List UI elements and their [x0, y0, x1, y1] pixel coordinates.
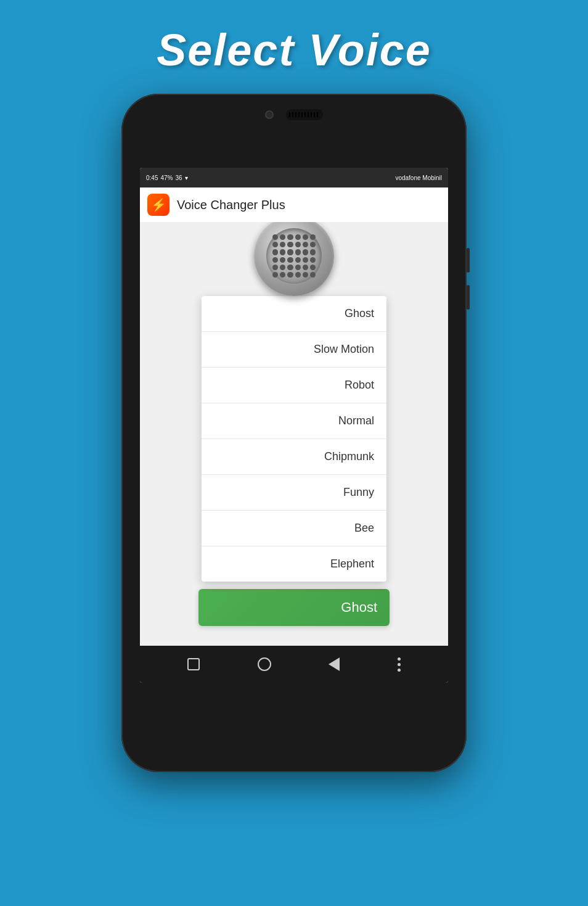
- app-title: Voice Changer Plus: [177, 198, 285, 212]
- mic-dot: [272, 234, 278, 240]
- status-battery: 47%: [160, 175, 173, 181]
- nav-more-button[interactable]: [393, 653, 406, 677]
- speaker-grill: [289, 112, 320, 117]
- status-time: 0:45: [146, 175, 158, 181]
- mic-dot: [287, 242, 293, 247]
- mic-dot: [310, 249, 316, 255]
- mic-dot: [272, 242, 278, 247]
- mic-dot: [272, 265, 278, 270]
- mic-dot: [272, 257, 278, 263]
- home-icon: [258, 657, 271, 671]
- recents-icon: [187, 658, 200, 670]
- mic-dot: [295, 265, 301, 270]
- mic-dot: [287, 272, 293, 278]
- app-icon-emoji: ⚡: [151, 197, 166, 212]
- mic-dot: [303, 265, 308, 270]
- status-left: 0:45 47% 36 ▾: [146, 175, 188, 181]
- phone-screen: 0:45 47% 36 ▾ vodafone Mobinil ⚡ Voice C…: [140, 168, 448, 683]
- mic-dot: [303, 234, 308, 240]
- phone-top-bar: [265, 109, 323, 120]
- mic-dot: [280, 265, 285, 270]
- status-right: vodafone Mobinil: [395, 175, 442, 181]
- mic-dot: [280, 242, 285, 247]
- mic-dot: [287, 257, 293, 263]
- volume-down-button[interactable]: [467, 285, 470, 310]
- voice-option-normal[interactable]: Normal: [202, 403, 386, 439]
- mic-dot: [295, 257, 301, 263]
- voice-option-robot[interactable]: Robot: [202, 368, 386, 403]
- mic-dot: [295, 234, 301, 240]
- voice-option-ghost[interactable]: Ghost: [202, 296, 386, 332]
- status-bar: 0:45 47% 36 ▾ vodafone Mobinil: [140, 168, 448, 187]
- mic-dot: [272, 272, 278, 278]
- bottom-nav: [140, 646, 448, 683]
- mic-dot: [303, 257, 308, 263]
- app-bar: ⚡ Voice Changer Plus: [140, 187, 448, 222]
- dot: [398, 657, 401, 661]
- page-title: Select Voice: [157, 25, 431, 75]
- mic-dot: [295, 249, 301, 255]
- phone-camera: [265, 110, 274, 119]
- mic-dot: [280, 249, 285, 255]
- mic-dot: [280, 257, 285, 263]
- mic-dots-grid: [266, 228, 322, 284]
- dot: [398, 669, 401, 672]
- mic-dot: [310, 234, 316, 240]
- nav-recents-button[interactable]: [182, 653, 205, 675]
- mic-dot: [303, 242, 308, 247]
- mic-dot: [303, 272, 308, 278]
- voice-option-chipmunk[interactable]: Chipmunk: [202, 439, 386, 475]
- mic-dot: [295, 242, 301, 247]
- volume-up-button[interactable]: [467, 248, 470, 273]
- mic-dot: [310, 265, 316, 270]
- mic-dot: [310, 242, 316, 247]
- mic-dot: [310, 257, 316, 263]
- main-content: GhostSlow MotionRobotNormalChipmunkFunny…: [140, 222, 448, 646]
- mic-dot: [310, 272, 316, 278]
- select-voice-button[interactable]: Ghost: [198, 589, 390, 626]
- voice-option-slow-motion[interactable]: Slow Motion: [202, 332, 386, 368]
- mic-dot: [280, 272, 285, 278]
- phone-body: 0:45 47% 36 ▾ vodafone Mobinil ⚡ Voice C…: [121, 94, 467, 772]
- mic-dot: [303, 249, 308, 255]
- mic-dot: [287, 249, 293, 255]
- voice-option-elephent[interactable]: Elephent: [202, 546, 386, 582]
- voice-option-funny[interactable]: Funny: [202, 475, 386, 511]
- status-signal: 36: [175, 175, 182, 181]
- phone-device: 0:45 47% 36 ▾ vodafone Mobinil ⚡ Voice C…: [121, 94, 467, 772]
- nav-back-button[interactable]: [324, 653, 345, 676]
- mic-dot: [287, 234, 293, 240]
- nav-home-button[interactable]: [253, 653, 276, 676]
- status-wifi: ▾: [185, 175, 188, 181]
- mic-circle: [254, 222, 334, 296]
- back-icon: [329, 657, 340, 671]
- mic-dot: [287, 265, 293, 270]
- phone-speaker-top: [286, 109, 323, 120]
- voice-option-bee[interactable]: Bee: [202, 511, 386, 546]
- more-icon: [398, 657, 401, 672]
- voice-dropdown-menu: GhostSlow MotionRobotNormalChipmunkFunny…: [202, 296, 386, 582]
- mic-dot: [280, 234, 285, 240]
- status-carrier: vodafone Mobinil: [395, 175, 442, 181]
- dot: [398, 663, 401, 666]
- app-icon: ⚡: [147, 194, 169, 216]
- mic-dot: [272, 249, 278, 255]
- mic-dot: [295, 272, 301, 278]
- microphone-icon: [254, 228, 334, 278]
